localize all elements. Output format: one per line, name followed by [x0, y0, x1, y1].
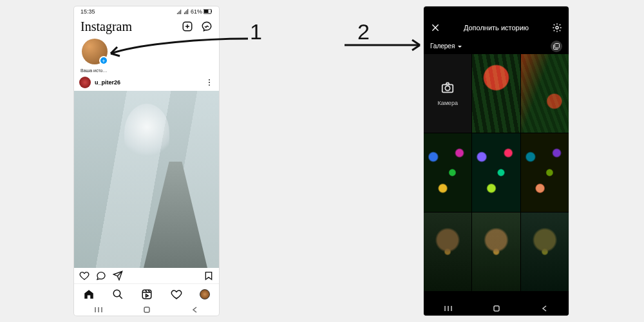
post-user[interactable]: u_piter26 [79, 77, 120, 88]
svg-point-10 [556, 26, 558, 29]
messenger-icon[interactable] [201, 21, 213, 32]
close-icon[interactable] [430, 23, 440, 33]
nav-back-icon[interactable] [540, 305, 549, 312]
camera-label: Камера [437, 100, 457, 106]
picker-title: Дополнить историю [464, 24, 529, 32]
status-battery: 61% [191, 8, 202, 15]
svg-rect-8 [143, 290, 152, 299]
save-icon[interactable] [204, 270, 214, 281]
bottom-tab-bar [74, 283, 219, 304]
status-bar: 15:35 61% [74, 6, 219, 17]
post-username[interactable]: u_piter26 [95, 79, 120, 86]
annotation-arrow-2 [341, 35, 428, 55]
annotation-label-1: 1 [250, 19, 262, 44]
tab-profile-avatar[interactable] [200, 289, 210, 299]
post-user-avatar[interactable] [79, 77, 91, 88]
svg-rect-11 [555, 44, 560, 48]
like-icon[interactable] [79, 270, 90, 281]
gallery-thumbnail[interactable] [521, 213, 569, 291]
gallery-thumbnail[interactable] [424, 133, 471, 212]
android-nav-bar [424, 301, 569, 316]
gallery-thumbnail[interactable] [472, 213, 520, 291]
svg-rect-1 [204, 10, 209, 13]
nav-back-icon[interactable] [191, 306, 200, 314]
svg-rect-2 [211, 10, 212, 12]
svg-point-5 [209, 82, 210, 83]
status-time: 15:35 [80, 8, 95, 15]
tab-reels-icon[interactable] [141, 289, 153, 300]
picker-header: Дополнить историю [424, 17, 569, 39]
status-indicators: 61% [176, 8, 213, 15]
post-actions [74, 268, 219, 283]
android-nav-bar [74, 304, 219, 316]
settings-icon[interactable] [552, 23, 562, 33]
gallery-thumbnail[interactable] [521, 54, 569, 133]
svg-point-6 [209, 84, 210, 86]
post-image[interactable] [74, 91, 219, 268]
post-more-icon[interactable] [205, 78, 214, 87]
instagram-logo: Instagram [80, 19, 132, 34]
annotation-arrow-1 [103, 35, 251, 68]
share-icon[interactable] [113, 270, 123, 281]
nav-recents-icon[interactable] [444, 305, 453, 312]
camera-icon [440, 80, 455, 95]
nav-recents-icon[interactable] [94, 306, 103, 314]
svg-point-7 [113, 290, 120, 297]
your-story-label: Ваша истор... [80, 68, 109, 73]
svg-rect-9 [144, 307, 149, 312]
tab-home-icon[interactable] [83, 289, 95, 300]
gallery-thumbnail[interactable] [472, 133, 520, 212]
svg-rect-14 [494, 306, 499, 311]
comment-icon[interactable] [96, 270, 106, 281]
gallery-thumbnail[interactable] [521, 133, 569, 212]
nav-home-icon[interactable] [492, 305, 501, 312]
gallery-source-dropdown[interactable]: Галерея [430, 43, 463, 50]
gallery-grid: Камера [424, 54, 569, 291]
app-header: Instagram [74, 17, 219, 36]
gallery-source-row: Галерея [424, 39, 569, 54]
camera-tile[interactable]: Камера [424, 54, 471, 133]
svg-point-4 [209, 79, 210, 80]
post-header: u_piter26 [74, 74, 219, 91]
status-bar [424, 6, 569, 17]
gallery-source-label: Галерея [430, 43, 455, 50]
multi-select-icon[interactable] [551, 41, 562, 52]
phone-story-picker: Дополнить историю Галерея Камера [424, 6, 569, 316]
gallery-thumbnail[interactable] [472, 54, 520, 133]
tab-activity-icon[interactable] [171, 289, 182, 300]
tab-search-icon[interactable] [112, 289, 124, 300]
new-post-icon[interactable] [182, 21, 193, 32]
svg-point-13 [445, 86, 450, 90]
gallery-thumbnail[interactable] [424, 213, 471, 291]
nav-home-icon[interactable] [142, 306, 151, 314]
